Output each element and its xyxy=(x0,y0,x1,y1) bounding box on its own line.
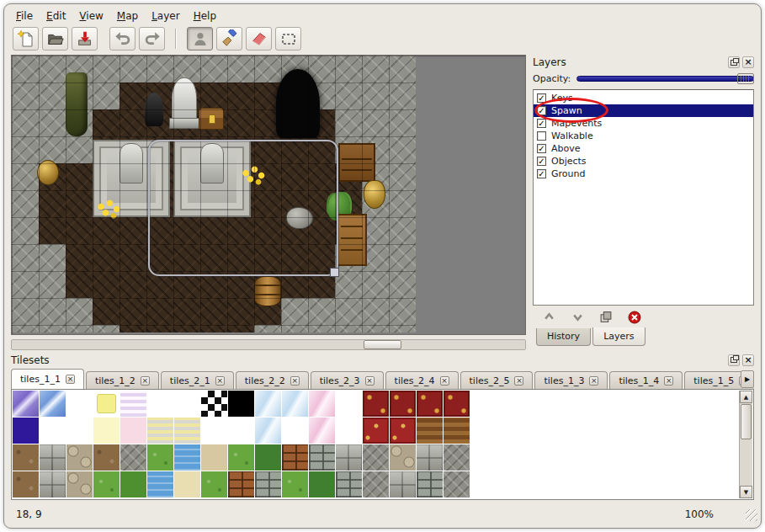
layer-row-ground[interactable]: Ground xyxy=(534,168,753,180)
scrollbar-handle[interactable] xyxy=(741,404,752,439)
layer-visibility-checkbox[interactable] xyxy=(537,144,546,153)
tileset-tab-tiles_2_2[interactable]: tiles_2_2× xyxy=(236,371,309,389)
tileset-tile-ice[interactable] xyxy=(255,418,281,444)
opacity-slider[interactable] xyxy=(576,73,754,84)
tileset-tile-ston[interactable] xyxy=(390,471,416,497)
tileset-tile-dirt[interactable] xyxy=(13,444,39,471)
tab-close-icon[interactable]: × xyxy=(440,376,449,386)
tileset-tile-pnk[interactable] xyxy=(309,418,335,444)
tileset-tile-pnk[interactable] xyxy=(309,391,335,417)
menu-view[interactable]: View xyxy=(72,8,109,24)
layer-row-keys[interactable]: Keys xyxy=(534,92,753,104)
tileset-tile-gstone[interactable] xyxy=(363,444,389,471)
tab-close-icon[interactable]: × xyxy=(664,376,673,386)
layer-row-walkable[interactable]: Walkable xyxy=(534,130,753,142)
redo-button[interactable] xyxy=(139,27,165,51)
tileset-tile-ston[interactable] xyxy=(336,444,362,471)
tileset-tile-wat2[interactable] xyxy=(147,471,173,497)
open-map-button[interactable] xyxy=(42,27,68,51)
tileset-tile-redc[interactable] xyxy=(390,391,416,417)
tileset-tile-wpur[interactable] xyxy=(13,391,39,417)
tileset-view[interactable]: ▲ ▼ xyxy=(11,389,754,500)
tab-close-icon[interactable]: × xyxy=(365,376,375,386)
tileset-tile-ppnk[interactable] xyxy=(120,418,146,444)
tileset-tab-tiles_2_3[interactable]: tiles_2_3× xyxy=(311,371,384,389)
tileset-tile-wht[interactable] xyxy=(336,391,362,417)
tileset-tile-gstone[interactable] xyxy=(444,471,470,497)
fill-tool-button[interactable] xyxy=(216,27,242,51)
tileset-tile-grs2[interactable] xyxy=(120,471,146,497)
tab-close-icon[interactable]: × xyxy=(589,376,598,386)
tileset-tile-wht[interactable] xyxy=(147,391,173,417)
map-canvas[interactable] xyxy=(11,55,526,335)
tileset-tile-dgrs[interactable] xyxy=(255,444,281,471)
menu-edit[interactable]: Edit xyxy=(40,8,72,24)
tileset-tab-tiles_1_4[interactable]: tiles_1_4× xyxy=(609,371,683,389)
tileset-tab-tiles_1_2[interactable]: tiles_1_2× xyxy=(86,371,159,389)
new-map-button[interactable] xyxy=(13,27,39,51)
tileset-tile-gbrik[interactable] xyxy=(309,444,335,471)
layer-visibility-checkbox[interactable] xyxy=(537,106,546,115)
tileset-tile-ysq[interactable] xyxy=(93,391,120,417)
move-layer-up-button[interactable] xyxy=(541,310,556,325)
tileset-tile-sand[interactable] xyxy=(174,471,200,497)
tileset-tile-gstone[interactable] xyxy=(444,444,470,471)
tileset-tile-ind[interactable] xyxy=(13,418,39,444)
menu-help[interactable]: Help xyxy=(187,8,223,24)
map-horizontal-scrollbar[interactable] xyxy=(11,339,526,350)
tileset-tile-grs[interactable] xyxy=(147,444,173,471)
tileset-tile-wht[interactable] xyxy=(66,391,93,417)
tileset-tile-wht[interactable] xyxy=(174,391,200,417)
tileset-tile-redc[interactable] xyxy=(417,391,443,417)
eraser-tool-button[interactable] xyxy=(246,27,272,51)
panel-float-button[interactable] xyxy=(728,56,740,68)
tileset-tile-wht[interactable] xyxy=(66,418,93,444)
tileset-tile-wht[interactable] xyxy=(336,418,362,444)
tileset-tile-ston[interactable] xyxy=(417,444,443,471)
tileset-tile-gystr[interactable] xyxy=(174,418,200,444)
tilesets-close-button[interactable]: × xyxy=(742,354,754,366)
tileset-tile-redc[interactable] xyxy=(363,391,389,417)
layer-visibility-checkbox[interactable] xyxy=(537,157,546,166)
duplicate-layer-button[interactable] xyxy=(598,310,614,325)
tileset-tile-wht[interactable] xyxy=(40,418,66,444)
tileset-tile-chk[interactable] xyxy=(201,391,227,417)
tileset-tile-brik[interactable] xyxy=(228,471,254,497)
tileset-tile-redc2[interactable] xyxy=(363,418,389,444)
menu-file[interactable]: File xyxy=(9,8,40,24)
tileset-tile-blk[interactable] xyxy=(228,391,254,417)
tileset-tile-grs[interactable] xyxy=(282,471,308,497)
tilesets-float-button[interactable] xyxy=(728,354,740,366)
tab-close-icon[interactable]: × xyxy=(141,376,150,386)
tab-layers[interactable]: Layers xyxy=(592,327,645,346)
tileset-tile-dirt[interactable] xyxy=(93,444,120,471)
tileset-tile-lav[interactable] xyxy=(120,391,146,417)
tileset-tile-brik[interactable] xyxy=(282,444,308,471)
layer-row-above[interactable]: Above xyxy=(534,142,753,155)
tileset-tile-ston[interactable] xyxy=(40,444,66,471)
tileset-tile-dgrs[interactable] xyxy=(309,471,335,497)
selection-tool-button[interactable] xyxy=(275,27,301,51)
tileset-tile-ston[interactable] xyxy=(40,471,66,497)
layer-visibility-checkbox[interactable] xyxy=(537,131,546,141)
layer-visibility-checkbox[interactable] xyxy=(537,93,546,103)
tab-close-icon[interactable]: × xyxy=(215,376,225,386)
tileset-tile-ice[interactable] xyxy=(282,391,308,417)
tileset-tile-brn[interactable] xyxy=(417,418,443,444)
tileset-tile-wblu[interactable] xyxy=(40,391,66,417)
undo-button[interactable] xyxy=(109,27,135,51)
layer-row-mapevents[interactable]: Mapevents xyxy=(534,117,753,130)
tileset-tile-wht[interactable] xyxy=(201,418,227,444)
tab-history[interactable]: History xyxy=(536,328,591,346)
tab-close-icon[interactable]: × xyxy=(290,376,300,386)
tileset-tile-cobb[interactable] xyxy=(66,444,93,471)
tileset-tile-grs[interactable] xyxy=(201,471,227,497)
tileset-tile-gbrik[interactable] xyxy=(417,471,443,497)
map-selection-rectangle[interactable] xyxy=(148,140,338,276)
panel-close-button[interactable]: × xyxy=(742,56,754,68)
tileset-tile-dirt[interactable] xyxy=(13,471,39,497)
tileset-tile-redc2[interactable] xyxy=(390,418,416,444)
delete-layer-button[interactable] xyxy=(627,310,642,325)
tileset-tile-gbrik[interactable] xyxy=(336,471,362,497)
tileset-tile-gstone[interactable] xyxy=(120,444,146,471)
